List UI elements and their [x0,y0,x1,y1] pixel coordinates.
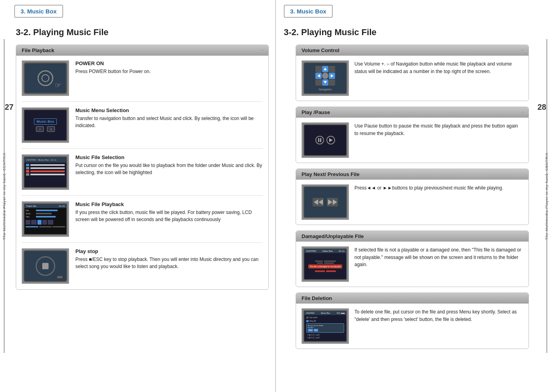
left-page-number: 27 [5,103,13,112]
power-on-title: POWER ON [75,60,151,66]
file-selection-image: CENTRIX Music Box 21:11 [22,154,69,190]
damaged-header: Damaged/Unplayable File [296,231,529,242]
play-stop-desc: Press ■/ESC key to stop playback. Then y… [75,256,263,270]
play-pause-header: Play /Pause · [296,107,529,118]
play-stop-title: Play stop [75,248,263,254]
volume-control-header: Volume Control · [296,45,529,56]
next-prev-image [302,184,349,220]
right-section-title: 3-2. Playing Music File [284,27,529,38]
file-playback-header: File Playback · [16,45,268,56]
deletion-image: CENTRIX Music Box 4/21 ■■■ Up Level [302,308,349,344]
list-item: Track info 21:15 File: Artist: Title: [22,201,263,243]
right-header: 3. Music Box [290,8,326,15]
left-header: 3. Music Box [21,8,57,15]
list-item: Music Box ♪ ♫ Music Menu Selection Trans… [22,107,263,149]
damaged-image: CENTRIX Video Box 21:11 [302,246,349,282]
left-side-label: The Multimedia Player in my hand, CENTRI… [2,152,6,240]
file-selection-desc: Put cursor on the file you would like to… [75,162,263,176]
file-playback-title: Music File Playback [75,201,263,207]
power-on-desc: Press POWER button for Power on. [75,68,151,75]
volume-image: Navigation [302,60,349,96]
deletion-header: File Deletion [296,293,529,304]
file-playback-image: Track info 21:15 File: Artist: Title: [22,201,69,237]
play-stop-image: ESC [22,248,69,284]
next-prev-desc: Press◄◄ or ►►buttons to play previous/ne… [354,184,503,192]
volume-control-box: Volume Control · [296,45,529,101]
volume-desc: Use Volume +. – of Navigation button whi… [354,60,523,75]
pause-image [302,122,349,158]
file-selection-title: Music File Selection [75,154,263,160]
music-menu-desc: Transfer to navigation button and select… [75,115,263,129]
music-menu-title: Music Menu Selection [75,107,263,113]
deletion-box: File Deletion CENTRIX Music Box 4/21 ■■■ [296,293,529,349]
right-page: 3. Music Box 3-2. Playing Music File Vol… [276,0,551,392]
list-item: ESC Play stop Press ■/ESC key to stop pl… [22,248,263,284]
damaged-desc: If selected file is not a playable or a … [354,246,523,268]
list-item: ☞ POWER ON Press POWER button for Power … [22,60,263,102]
left-page: The Multimedia Player in my hand, CENTRI… [0,0,275,392]
next-prev-box: Play Next/ Previous File [296,169,529,225]
play-pause-box: Play /Pause · [296,107,529,163]
deletion-desc: To delete one file, put cursor on the fi… [354,308,523,323]
file-playback-desc: If you press the click button, music fil… [75,209,263,223]
pause-desc: Use Pause button to pause the music file… [354,122,523,137]
damaged-box: Damaged/Unplayable File CENTRIX Video Bo… [296,231,529,287]
next-prev-header: Play Next/ Previous File [296,169,529,180]
left-section-title: 3-2. Playing Music File [16,27,260,38]
music-menu-image: Music Box ♪ ♫ [22,107,69,143]
right-side-label: The Multimedia Player in my hand, CENTRI… [545,152,549,240]
list-item: CENTRIX Music Box 21:11 [22,154,263,196]
power-on-image: ☞ [22,60,69,96]
